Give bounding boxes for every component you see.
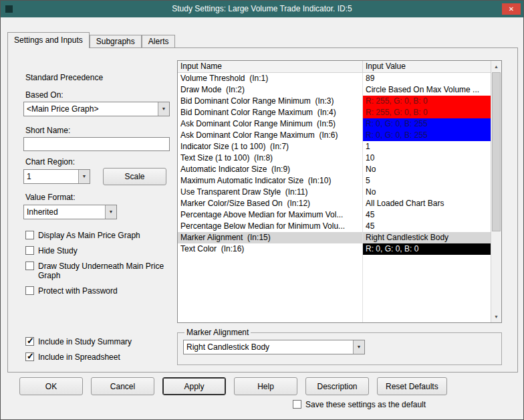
inputs-table-inner: Input Name Input Value Volume Threshold …: [178, 61, 491, 322]
apply-button[interactable]: Apply: [162, 377, 226, 395]
empty-name-cell: [178, 266, 363, 278]
input-name-cell: Use Transparent Draw Style (In:11): [178, 187, 363, 198]
tab-subgraphs[interactable]: Subgraphs: [90, 35, 142, 47]
checkbox-unchecked-icon: [25, 286, 34, 295]
inputs-table: Input Name Input Value Volume Threshold …: [177, 60, 502, 323]
input-row-3[interactable]: Bid Dominant Color Range Minimum (In:3)R…: [178, 96, 491, 107]
inputs-table-header: Input Name Input Value: [178, 61, 491, 73]
input-value-color-swatch: R: 255, G: 0, B: 0: [363, 96, 491, 107]
value-format-select[interactable]: Inherited ▼: [23, 205, 117, 219]
empty-value-cell: [363, 300, 491, 312]
scroll-down-icon[interactable]: ▼: [491, 311, 501, 322]
checkbox-unchecked-icon: [25, 261, 34, 270]
scroll-up-icon[interactable]: ▲: [491, 61, 501, 72]
empty-row: [178, 289, 491, 300]
input-row-6[interactable]: Ask Dominant Color Range Maximum (In:6)R…: [178, 130, 491, 141]
input-value-cell: Right Candlestick Body: [363, 232, 491, 243]
checkbox-include-in-study-summary[interactable]: Include in Study Summary: [25, 337, 171, 346]
empty-name-cell: [178, 289, 363, 300]
help-button[interactable]: Help: [234, 377, 297, 395]
empty-row: [178, 266, 491, 278]
input-name-cell: Bid Dominant Color Range Minimum (In:3): [178, 96, 363, 107]
empty-value-cell: [363, 278, 491, 289]
save-default-checkbox[interactable]: Save these settings as the default: [293, 400, 426, 409]
input-name-cell: Indicator Size (1 to 100) (In:7): [178, 141, 363, 152]
scrollbar-thumb[interactable]: [492, 72, 501, 231]
input-name-cell: Marker Alignment (In:15): [178, 232, 363, 243]
input-row-12[interactable]: Marker Color/Size Based On (In:12)All Lo…: [178, 198, 491, 209]
input-row-16[interactable]: Text Color (In:16)R: 0, G: 0, B: 0: [178, 243, 491, 255]
input-value-color-swatch: R: 0, G: 0, B: 255: [363, 118, 491, 130]
chart-region-label: Chart Region:: [25, 157, 75, 167]
input-row-11[interactable]: Use Transparent Draw Style (In:11)No: [178, 187, 491, 198]
input-name-cell: Bid Dominant Color Range Maximum (In:4): [178, 107, 363, 118]
input-row-7[interactable]: Indicator Size (1 to 100) (In:7)1: [178, 141, 491, 152]
tab-alerts[interactable]: Alerts: [142, 35, 176, 47]
reset-defaults-button[interactable]: Reset Defaults: [377, 377, 447, 395]
empty-row: [178, 312, 491, 322]
input-name-cell: Marker Color/Size Based On (In:12): [178, 198, 363, 209]
input-row-8[interactable]: Text Size (1 to 100) (In:8)10: [178, 152, 491, 164]
window-icon: [5, 5, 13, 13]
column-header-input-name[interactable]: Input Name: [178, 61, 363, 73]
study-settings-dialog: Study Settings: Large Volume Trade Indic…: [0, 0, 524, 420]
chevron-down-icon[interactable]: ▼: [105, 205, 116, 219]
input-value-cell: 45: [363, 209, 491, 221]
checkbox-include-in-spreadsheet[interactable]: Include in Spreadsheet: [25, 352, 171, 362]
input-value-color-swatch: R: 0, G: 0, B: 0: [363, 243, 491, 255]
description-button[interactable]: Description: [305, 377, 369, 395]
checkbox-display-as-main-price-graph[interactable]: Display As Main Price Graph: [25, 231, 171, 240]
input-row-15[interactable]: Marker Alignment (In:15)Right Candlestic…: [178, 232, 491, 243]
input-row-1[interactable]: Volume Threshold (In:1)89: [178, 73, 491, 84]
chart-region-select[interactable]: 1 ▼: [23, 169, 90, 184]
option-checkbox-group: Display As Main Price GraphHide StudyDra…: [25, 231, 171, 296]
based-on-value: <Main Price Graph>: [24, 102, 158, 116]
table-scrollbar[interactable]: ▲ ▼: [491, 61, 501, 322]
checkbox-hide-study[interactable]: Hide Study: [25, 246, 171, 255]
titlebar[interactable]: Study Settings: Large Volume Trade Indic…: [1, 1, 523, 17]
include-checkbox-group: Include in Study SummaryInclude in Sprea…: [25, 337, 171, 362]
input-row-9[interactable]: Automatic Indicator Size (In:9)No: [178, 164, 491, 175]
chevron-down-icon[interactable]: ▼: [353, 340, 364, 354]
tab-bar: Settings and InputsSubgraphsAlerts: [7, 32, 175, 48]
checkbox-draw-study-underneath-main-price-graph[interactable]: Draw Study Underneath Main Price Graph: [25, 261, 171, 280]
short-name-input[interactable]: [23, 137, 170, 151]
input-row-14[interactable]: Percentage Below Median for Minimum Volu…: [178, 221, 491, 232]
based-on-select[interactable]: <Main Price Graph> ▼: [23, 102, 170, 116]
input-name-cell: Text Size (1 to 100) (In:8): [178, 152, 363, 164]
close-icon[interactable]: ✕: [502, 3, 521, 15]
input-value-color-swatch: R: 255, G: 0, B: 0: [363, 107, 491, 118]
checkbox-label: Include in Study Summary: [38, 337, 132, 346]
input-name-cell: Ask Dominant Color Range Minimum (In:5): [178, 118, 363, 130]
ok-button[interactable]: OK: [19, 377, 83, 395]
checkbox-label: Protect with Password: [38, 286, 118, 296]
value-format-value: Inherited: [24, 205, 105, 219]
input-value-cell: All Loaded Chart Bars: [363, 198, 491, 209]
input-name-cell: Draw Mode (In:2): [178, 84, 363, 96]
column-header-input-value[interactable]: Input Value: [363, 61, 491, 73]
empty-name-cell: [178, 300, 363, 312]
checkbox-unchecked-icon: [25, 231, 34, 239]
standard-precedence-label: Standard Precedence: [25, 73, 103, 82]
marker-alignment-legend: Marker Alignment: [184, 328, 251, 337]
input-row-10[interactable]: Maximum Automatic Indicator Size (In:10)…: [178, 175, 491, 187]
marker-alignment-select[interactable]: Right Candlestick Body ▼: [183, 340, 365, 354]
input-value-cell: 89: [363, 73, 491, 84]
input-row-13[interactable]: Percentage Above Median for Maximum Vol.…: [178, 209, 491, 221]
scale-button[interactable]: Scale: [103, 168, 166, 185]
input-row-2[interactable]: Draw Mode (In:2)Circle Based On Max Volu…: [178, 84, 491, 96]
checkbox-protect-with-password[interactable]: Protect with Password: [25, 286, 171, 296]
empty-value-cell: [363, 312, 491, 322]
checkbox-unchecked-icon: [293, 400, 301, 409]
tab-settings-and-inputs[interactable]: Settings and Inputs: [7, 32, 90, 48]
chevron-down-icon[interactable]: ▼: [78, 170, 90, 183]
cancel-button[interactable]: Cancel: [91, 377, 154, 395]
empty-value-cell: [363, 289, 491, 300]
input-row-5[interactable]: Ask Dominant Color Range Minimum (In:5)R…: [178, 118, 491, 130]
empty-name-cell: [178, 255, 363, 266]
chevron-down-icon[interactable]: ▼: [158, 102, 169, 116]
input-row-4[interactable]: Bid Dominant Color Range Maximum (In:4)R…: [178, 107, 491, 118]
window-title: Study Settings: Large Volume Trade Indic…: [1, 1, 523, 17]
empty-name-cell: [178, 312, 363, 322]
checkbox-checked-icon: [25, 352, 34, 361]
